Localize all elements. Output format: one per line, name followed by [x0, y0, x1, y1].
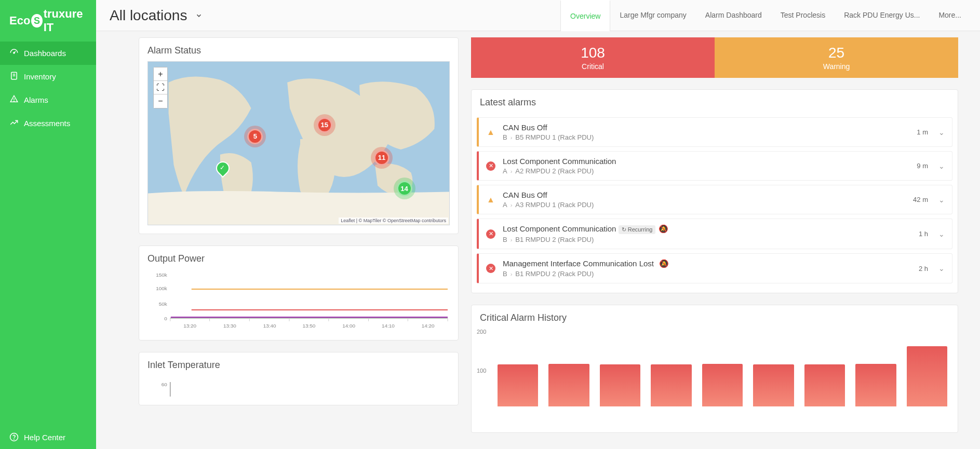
stat-warning[interactable]: 25 Warning: [715, 37, 958, 78]
svg-point-5: [14, 101, 15, 101]
critical-history-title: Critical Alarm History: [472, 305, 958, 329]
alarm-list: ▲CAN Bus Off B›B5 RMPDU 1 (Rack PDU)1 m⌄…: [472, 117, 958, 293]
history-bar: [907, 346, 947, 406]
critical-history-card: Critical Alarm History 200 100: [471, 305, 958, 433]
warning-icon: ▲: [486, 195, 495, 205]
inlet-temp-title: Inlet Temperature: [139, 352, 458, 376]
chevron-down-icon: ⌄: [938, 230, 945, 238]
columns: Alarm Status: [96, 37, 980, 433]
sidebar-item-inventory[interactable]: Inventory: [0, 65, 96, 88]
content-scroll[interactable]: Alarm Status: [96, 31, 980, 449]
assessment-icon: [9, 118, 19, 129]
sidebar-item-label: Alarms: [24, 96, 48, 104]
svg-text:14:10: 14:10: [382, 323, 395, 329]
help-center-link[interactable]: Help Center: [0, 425, 96, 449]
alarm-location: B›B5 RMPDU 1 (Rack PDU): [503, 133, 917, 141]
help-icon: [9, 432, 19, 442]
muted-icon: 🔕: [659, 224, 668, 233]
alarm-location: B›B1 RMPDU 2 (Rack PDU): [503, 236, 919, 243]
tab-rack-pdu-energy-us-[interactable]: Rack PDU Energy Us...: [835, 0, 929, 31]
sidebar-item-label: Inventory: [24, 72, 56, 81]
alarm-item[interactable]: ▲CAN Bus Off B›B5 RMPDU 1 (Rack PDU)1 m⌄: [477, 117, 952, 147]
alarm-title: CAN Bus Off: [503, 191, 913, 199]
alarm-time: 1 h: [919, 230, 928, 238]
brand-mid-icon: S: [31, 14, 42, 28]
svg-text:14:00: 14:00: [342, 323, 355, 329]
bar-area: [498, 329, 947, 406]
alarm-icon: [9, 94, 19, 105]
location-selector-label: All locations: [110, 7, 187, 24]
tab-more-[interactable]: More...: [929, 0, 971, 31]
bar-y-axis: 200 100: [477, 329, 486, 406]
chevron-down-icon: ⌄: [938, 162, 945, 170]
alarm-location: A›A2 RMPDU 2 (Rack PDU): [503, 167, 917, 175]
location-selector[interactable]: All locations: [96, 7, 216, 24]
sidebar-item-assessments[interactable]: Assessments: [0, 112, 96, 135]
dashboard-icon: [9, 48, 19, 59]
app-root: Eco S truxure IT DashboardsInventoryAlar…: [0, 0, 980, 449]
main: All locations OverviewLarge Mfgr company…: [96, 0, 980, 449]
history-bar: [651, 364, 691, 406]
stat-warning-label: Warning: [715, 62, 958, 71]
critical-icon: ✕: [486, 161, 495, 171]
alarm-title: Lost Component Communication: [503, 157, 917, 166]
left-column: Alarm Status: [139, 37, 459, 433]
alarm-time: 9 m: [917, 162, 928, 170]
map-fullscreen[interactable]: ⛶: [154, 81, 167, 94]
map-zoom-out[interactable]: −: [154, 94, 167, 108]
alarm-time: 1 m: [917, 128, 928, 136]
world-map[interactable]: + ⛶ − 5151114 Leaflet | © MapTiler © Ope…: [147, 61, 450, 225]
top-tabs: OverviewLarge Mfgr companyAlarm Dashboar…: [560, 0, 980, 31]
inlet-temp-card: Inlet Temperature 60: [139, 352, 459, 405]
sidebar-item-dashboards[interactable]: Dashboards: [0, 42, 96, 65]
brand-tail: truxure IT: [44, 7, 87, 34]
tab-test-proclesis[interactable]: Test Proclesis: [771, 0, 835, 31]
map-pin[interactable]: 5: [247, 129, 263, 144]
svg-text:13:40: 13:40: [263, 323, 276, 329]
map-zoom-in[interactable]: +: [154, 67, 167, 81]
inventory-icon: [9, 71, 19, 82]
stat-critical[interactable]: 108 Critical: [471, 37, 715, 78]
map-zoom-controls: + ⛶ −: [153, 67, 168, 108]
right-column: 108 Critical 25 Warning Latest alarms ▲C…: [471, 37, 958, 433]
output-power-chart: 150k 100k 50k 0: [147, 269, 450, 332]
alarm-title: Lost Component Communication ↻ Recurring…: [503, 224, 919, 234]
alarm-item[interactable]: ✕Lost Component Communication A›A2 RMPDU…: [477, 151, 952, 181]
tab-large-mfgr-company[interactable]: Large Mfgr company: [610, 0, 695, 31]
chevron-down-icon: [195, 12, 203, 19]
map-pin[interactable]: 11: [374, 150, 390, 166]
alarm-time: 2 h: [919, 265, 928, 273]
sidebar-item-alarms[interactable]: Alarms: [0, 88, 96, 112]
alarm-item[interactable]: ▲CAN Bus Off A›A3 RMPDU 1 (Rack PDU)42 m…: [477, 185, 952, 214]
help-center-label: Help Center: [24, 433, 65, 442]
map-pin[interactable]: 15: [317, 117, 332, 133]
map-attribution: Leaflet | © MapTiler © OpenStreetMap con…: [339, 217, 448, 224]
output-power-card: Output Power 150k 100k 50k 0: [139, 246, 459, 341]
svg-text:13:20: 13:20: [183, 323, 196, 329]
svg-text:150k: 150k: [156, 272, 167, 278]
latest-alarms-title: Latest alarms: [472, 90, 958, 113]
sidebar-item-label: Assessments: [24, 119, 70, 128]
chevron-down-icon: ⌄: [938, 128, 945, 137]
output-power-title: Output Power: [139, 246, 458, 269]
tab-alarm-dashboard[interactable]: Alarm Dashboard: [696, 0, 771, 31]
history-bar: [804, 364, 845, 406]
svg-text:13:50: 13:50: [302, 323, 315, 329]
latest-alarms-card: Latest alarms ▲CAN Bus Off B›B5 RMPDU 1 …: [471, 89, 958, 293]
sidebar: Eco S truxure IT DashboardsInventoryAlar…: [0, 0, 96, 449]
alarm-time: 42 m: [913, 196, 928, 203]
svg-text:13:30: 13:30: [223, 323, 236, 329]
recurring-badge: ↻ Recurring: [619, 225, 656, 234]
stat-critical-label: Critical: [471, 62, 715, 71]
topbar: All locations OverviewLarge Mfgr company…: [96, 0, 980, 31]
alarm-item[interactable]: ✕Management Interface Communication Lost…: [477, 253, 952, 283]
history-bar: [600, 364, 640, 406]
svg-point-7: [14, 439, 15, 439]
map-pin[interactable]: 14: [397, 181, 412, 196]
critical-icon: ✕: [486, 229, 495, 239]
alarm-item[interactable]: ✕Lost Component Communication ↻ Recurrin…: [477, 219, 952, 249]
svg-text:100k: 100k: [156, 285, 167, 291]
tab-overview[interactable]: Overview: [560, 0, 610, 31]
sidebar-item-label: Dashboards: [24, 49, 66, 58]
brand-pre: Eco: [9, 14, 30, 28]
